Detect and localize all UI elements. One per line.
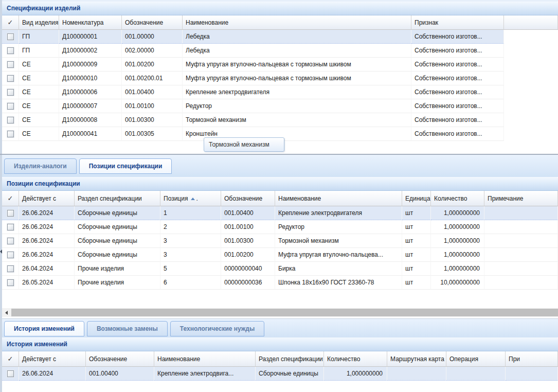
cell-attr[interactable]: Собственного изготов... (411, 58, 504, 72)
column-header-name[interactable]: Наименование (275, 191, 402, 206)
cell-unit[interactable]: шт (402, 206, 431, 220)
select-all-column-header[interactable]: ✓ (2, 351, 19, 367)
cell-code[interactable]: 002.00000 (122, 44, 183, 58)
table-row[interactable]: 26.06.2024Сборочные единицы1001.00400Кре… (2, 206, 558, 220)
row-checkbox[interactable] (7, 47, 14, 54)
cell-kind[interactable]: СЕ (19, 113, 59, 127)
cell-nom[interactable]: Д100000006 (59, 85, 122, 99)
cell-note[interactable] (484, 206, 558, 220)
table-row[interactable]: 26.06.2024Сборочные единицы3001.00200Муф… (2, 248, 558, 262)
row-checkbox[interactable] (7, 103, 14, 110)
row-checkbox[interactable] (7, 117, 14, 123)
cell-note[interactable] (506, 367, 558, 381)
row-checkbox[interactable] (7, 370, 14, 377)
cell-route[interactable] (387, 367, 446, 381)
cell-nom[interactable]: Д100000010 (59, 72, 122, 85)
cell-name[interactable]: Лебедка (183, 44, 411, 58)
cell-code[interactable]: 001.00200.01 (122, 72, 183, 85)
row-checkbox[interactable] (7, 238, 14, 244)
cell-qty[interactable]: 1,000000000 (431, 248, 484, 262)
row-checkbox[interactable] (7, 33, 14, 40)
column-header-section[interactable]: Раздел спецификации (256, 351, 324, 367)
cell-attr[interactable]: Собственного изготов... (411, 72, 504, 85)
cell-unit[interactable]: шт (402, 276, 431, 290)
cell-nom[interactable]: Д100000002 (59, 44, 122, 58)
cell-unit[interactable]: шт (402, 234, 431, 248)
cell-section[interactable]: Сборочные единицы (256, 367, 324, 381)
cell-attr[interactable]: Собственного изготов... (411, 85, 504, 99)
cell-code[interactable]: 001.00300 (122, 113, 183, 127)
cell-note[interactable] (484, 234, 558, 248)
cell-name[interactable]: Крепление электродвигателя (275, 206, 402, 220)
column-header-section[interactable]: Раздел спецификации (75, 191, 160, 206)
column-header-date[interactable]: Действует с (19, 191, 75, 206)
tab-technological-needs[interactable]: Технологические нужды (170, 321, 264, 336)
cell-name[interactable]: Крепление электродвига... (154, 367, 256, 381)
cell-section[interactable]: Сборочные единицы (75, 234, 160, 248)
cell-name[interactable]: Муфта упругая втулочно-пальцевая с тормо… (183, 72, 411, 85)
cell-code[interactable]: 001.00200 (122, 58, 183, 72)
cell-nom[interactable]: Д100000008 (59, 113, 122, 127)
cell-qty[interactable]: 1,000000000 (431, 206, 484, 220)
cell-unit[interactable]: шт (402, 220, 431, 234)
table-row[interactable]: ГПД100000001001.00000ЛебедкаСобственного… (2, 30, 558, 44)
column-header-name[interactable]: Наименование (183, 15, 411, 30)
cell-kind[interactable]: СЕ (19, 58, 59, 72)
column-header-note[interactable]: При (506, 351, 558, 367)
cell-name[interactable]: Редуктор (275, 220, 402, 234)
select-all-column-header[interactable]: ✓ (2, 15, 19, 30)
cell-date[interactable]: 26.06.2024 (19, 234, 75, 248)
cell-note[interactable] (484, 220, 558, 234)
cell-qty[interactable]: 1,000000000 (431, 220, 484, 234)
cell-qty[interactable]: 10,000000000 (431, 276, 484, 290)
column-header-qty[interactable]: Количество (324, 351, 387, 367)
table-row[interactable]: 26.06.2024001.00400Крепление электродвиг… (2, 367, 558, 381)
cell-section[interactable]: Сборочные единицы (75, 206, 160, 220)
cell-qty[interactable]: 1,000000000 (431, 262, 484, 276)
column-header-name[interactable]: Наименование (154, 351, 256, 367)
cell-attr[interactable]: Собственного изготов... (411, 44, 504, 58)
cell-kind[interactable]: СЕ (19, 85, 59, 99)
column-header-date[interactable]: Действует с (19, 351, 86, 367)
tab-change-history[interactable]: История изменений (4, 321, 84, 336)
cell-note[interactable] (484, 248, 558, 262)
column-header-pos[interactable]: Позиция. (160, 191, 221, 206)
cell-name[interactable]: Тормозной механизм (183, 113, 411, 127)
cell-nom[interactable]: Д100000007 (59, 99, 122, 113)
table-row[interactable]: СЕД100000010001.00200.01Муфта упругая вт… (2, 72, 558, 85)
cell-name[interactable]: Крепление электродвигателя (183, 85, 411, 99)
row-checkbox[interactable] (7, 279, 14, 286)
table-row[interactable]: 26.06.2024Сборочные единицы3001.00300Тор… (2, 234, 558, 248)
cell-date[interactable]: 26.05.2024 (19, 276, 75, 290)
cell-unit[interactable]: шт (402, 248, 431, 262)
cell-code[interactable]: 001.00400 (86, 367, 154, 381)
cell-date[interactable]: 26.06.2024 (19, 220, 75, 234)
column-header-oper[interactable]: Операция (446, 351, 506, 367)
column-header-code[interactable]: Обозначение (122, 15, 183, 30)
cell-name[interactable]: Бирка (275, 262, 402, 276)
cell-unit[interactable]: шт (402, 262, 431, 276)
row-checkbox[interactable] (7, 131, 14, 137)
cell-pos[interactable]: 1 (160, 206, 221, 220)
cell-nom[interactable]: Д100000041 (59, 127, 122, 141)
cell-kind[interactable]: ГП (19, 44, 59, 58)
table-row[interactable]: СЕД100000006001.00400Крепление электродв… (2, 85, 558, 99)
cell-attr[interactable]: Собственного изготов... (411, 113, 504, 127)
row-checkbox[interactable] (7, 265, 14, 272)
tab-analog-products[interactable]: Изделия-аналоги (4, 158, 77, 174)
cell-nom[interactable]: Д100000001 (59, 30, 122, 44)
cell-kind[interactable]: СЕ (19, 72, 59, 85)
table-row[interactable]: 26.05.2024Прочие изделия600000000036Шпон… (2, 276, 558, 290)
cell-code[interactable]: 001.00305 (122, 127, 183, 141)
row-checkbox[interactable] (7, 224, 14, 230)
cell-section[interactable]: Сборочные единицы (75, 220, 160, 234)
cell-name[interactable]: Лебедка (183, 30, 411, 44)
tab-specification-positions[interactable]: Позиции спецификации (79, 158, 172, 174)
cell-code[interactable]: 001.00100 (221, 220, 275, 234)
cell-qty[interactable]: 1,000000000 (324, 367, 387, 381)
cell-section[interactable]: Сборочные единицы (75, 248, 160, 262)
cell-pos[interactable]: 2 (160, 220, 221, 234)
cell-date[interactable]: 26.06.2024 (19, 248, 75, 262)
table-row[interactable]: СЕД100000009001.00200Муфта упругая втуло… (2, 58, 558, 72)
cell-name[interactable]: Тормозной механизм (275, 234, 402, 248)
